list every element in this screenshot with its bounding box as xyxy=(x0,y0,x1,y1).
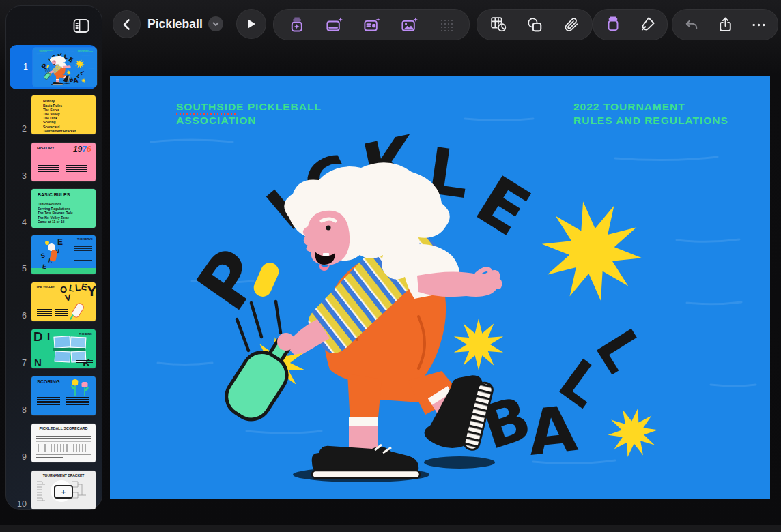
photo xyxy=(53,336,70,349)
chevron-down-icon xyxy=(212,20,220,28)
play-button[interactable] xyxy=(236,9,266,39)
body-text-block xyxy=(74,246,92,261)
slide-thumbnail-6[interactable]: 6 THE VOLLEY V O L L E Y xyxy=(6,282,97,321)
slide-number: 5 xyxy=(6,265,31,275)
scatter-letter: S xyxy=(40,252,46,259)
insert-image-button[interactable] xyxy=(394,10,424,40)
title-menu-button[interactable] xyxy=(208,16,223,31)
slide-number: 2 xyxy=(6,125,31,135)
year-19: 19 xyxy=(73,145,82,153)
dots-grid-icon xyxy=(438,16,455,33)
scatter-letter: E xyxy=(57,238,63,246)
thumbnail-image: D I N K THE DINK xyxy=(31,329,96,368)
mini-ball xyxy=(45,241,49,245)
new-slide-ai-icon xyxy=(325,16,343,34)
tulip-illustration xyxy=(70,378,91,397)
slide-number: 4 xyxy=(6,218,31,228)
back-button[interactable] xyxy=(113,10,141,38)
new-slide-button[interactable] xyxy=(319,10,349,40)
scatter-letter: L xyxy=(68,283,75,293)
rule-item: The No-Volley Zone xyxy=(38,216,73,220)
slide-thumbnail-7[interactable]: 7 D I N K THE DINK xyxy=(6,329,97,368)
table-line xyxy=(36,441,91,442)
thumbnail-image: HISTORY 1976 xyxy=(31,143,96,181)
body-text-block xyxy=(66,397,89,411)
slide-thumbnail-1[interactable]: 1 xyxy=(10,45,97,89)
thumbnail-image: SCORING xyxy=(31,376,96,415)
popsicle-stick xyxy=(70,314,74,320)
slide-thumbnail-3[interactable]: 3 HISTORY 1976 xyxy=(6,143,97,181)
body-text-block xyxy=(76,355,93,363)
slide-thumbnail-9[interactable]: 9 PICKLEBALL SCORECARD xyxy=(6,424,97,462)
table-line xyxy=(36,434,91,434)
image-ai-icon xyxy=(400,16,418,34)
year-6: 6 xyxy=(87,145,91,153)
sidebar-toggle-button[interactable] xyxy=(69,14,94,38)
more-button[interactable] xyxy=(744,10,774,40)
photo xyxy=(70,336,87,348)
thumbnail-image: TOURNAMENT BRACKET + xyxy=(31,471,96,509)
document-title-label: Pickleball xyxy=(147,17,203,31)
slide-number: 7 xyxy=(6,359,31,369)
thumb-heading: THE VOLLEY xyxy=(36,285,55,288)
thumbnail-image: History Basic Rules The Serve The Volley… xyxy=(31,95,96,134)
scatter-letter: E xyxy=(42,264,46,271)
thumb-heading: HISTORY xyxy=(37,146,55,151)
add-placeholder-button[interactable]: + xyxy=(54,485,73,499)
slide-layout-button[interactable] xyxy=(356,10,386,40)
slide-templates-button[interactable] xyxy=(281,10,311,40)
thumb-heading: THE SERVE xyxy=(77,237,93,240)
rule-item: Serving Regulations xyxy=(38,207,73,211)
slide-navigator: 1 2 History Basic Rules The Serve The Vo… xyxy=(5,5,102,510)
chart-table-button[interactable] xyxy=(483,10,513,40)
table-footnote xyxy=(36,457,63,459)
thumb-heading: BASIC RULES xyxy=(38,192,70,198)
slide-number: 1 xyxy=(10,63,33,72)
object-group xyxy=(477,9,593,40)
body-text-block xyxy=(37,397,60,411)
thumbnail-image: PICKLEBALL SCORECARD xyxy=(31,424,96,462)
body-text-block xyxy=(37,304,52,317)
thumb-heading: SCORING xyxy=(37,379,60,385)
slide-number: 9 xyxy=(6,453,31,463)
paint-jar-icon xyxy=(604,16,622,33)
thumb-heading: PICKLEBALL SCORECARD xyxy=(40,426,88,430)
share-icon xyxy=(717,16,734,33)
share-button[interactable] xyxy=(710,10,740,40)
chart-table-icon xyxy=(489,16,508,34)
style-group xyxy=(593,9,668,40)
shapes-icon xyxy=(526,16,544,34)
mini-player-body xyxy=(49,250,57,262)
actions-group xyxy=(672,9,778,40)
table-line xyxy=(36,454,91,455)
document-title[interactable]: Pickleball xyxy=(147,16,223,31)
slide-number: 8 xyxy=(6,406,31,416)
thumbnail-image: THE SERVE S E R V E xyxy=(31,235,96,274)
slide-thumbnail-5[interactable]: 5 THE SERVE S E R V E xyxy=(6,235,97,274)
agenda-item: Tournament Bracket xyxy=(43,129,76,133)
body-text-block xyxy=(55,304,68,317)
scatter-letter: D xyxy=(33,330,43,343)
paint-jar-button[interactable] xyxy=(598,10,628,40)
keynote-app: { "toolbar": { "title": "Pickleball", "i… xyxy=(0,0,781,532)
slide-thumbnail-10[interactable]: 10 TOURNAMENT BRACKET + xyxy=(6,471,97,509)
grid-options-button[interactable] xyxy=(431,10,462,40)
undo-button[interactable] xyxy=(677,10,707,40)
attachment-button[interactable] xyxy=(556,10,586,40)
shapes-button[interactable] xyxy=(520,10,550,40)
slide-number: 3 xyxy=(6,172,31,182)
slide-thumbnail-4[interactable]: 4 BASIC RULES Out-of-Bounds Serving Regu… xyxy=(6,189,97,228)
slide-thumbnail-2[interactable]: 2 History Basic Rules The Serve The Voll… xyxy=(6,95,97,134)
thumbnail-image xyxy=(33,48,97,87)
dotted-rows xyxy=(38,444,89,452)
slide-canvas[interactable] xyxy=(110,76,770,499)
body-text-block xyxy=(38,160,59,172)
slide-number: 6 xyxy=(6,312,31,322)
court-ground xyxy=(31,268,96,274)
rule-item: Game at 11 or 15 xyxy=(38,220,73,224)
undo-icon xyxy=(683,16,700,33)
layout-ai-icon xyxy=(363,16,381,34)
thumbnail-image: THE VOLLEY V O L L E Y xyxy=(31,282,96,321)
format-brush-button[interactable] xyxy=(632,10,662,40)
slide-thumbnail-8[interactable]: 8 SCORING xyxy=(6,376,97,415)
